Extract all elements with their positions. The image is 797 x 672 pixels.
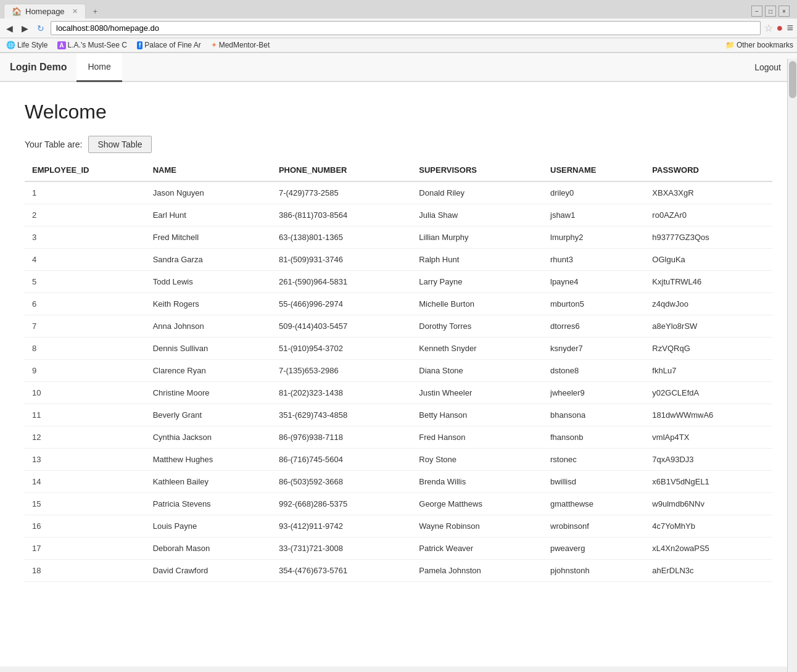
nav-home-link[interactable]: Home [76, 53, 122, 82]
bookmark-star-icon[interactable]: ☆ [764, 22, 773, 34]
col-header-supervisors: SUPERVISORS [411, 159, 543, 181]
cell-username: jshaw1 [543, 204, 645, 226]
table-row: 3 Fred Mitchell 63-(138)801-1365 Lillian… [25, 226, 772, 249]
cell-employee-id: 18 [25, 560, 146, 582]
tab-bar: 🏠 Homepage ✕ + − □ × [0, 0, 797, 19]
cell-name: Louis Payne [146, 515, 271, 537]
tab-close-btn[interactable]: ✕ [72, 7, 78, 15]
window-controls: − □ × [751, 6, 793, 17]
cell-supervisor: Fred Hanson [411, 426, 543, 449]
cell-username: rstonec [543, 449, 645, 471]
cell-name: Dennis Sullivan [146, 338, 271, 360]
bookmark-palace-label: Palace of Fine Ar [144, 41, 200, 49]
cell-phone: 51-(910)954-3702 [271, 338, 411, 360]
cell-password: fkhLu7 [645, 360, 772, 382]
cell-phone: 7-(135)653-2986 [271, 360, 411, 382]
cell-password: a8eYlo8rSW [645, 315, 772, 338]
cell-name: Clarence Ryan [146, 360, 271, 382]
cell-name: Earl Hunt [146, 204, 271, 226]
address-bar[interactable] [51, 21, 761, 35]
cell-name: David Crawford [146, 560, 271, 582]
tab-favicon: 🏠 [12, 7, 22, 16]
cell-password: w9ulmdb6NNv [645, 493, 772, 515]
cell-name: Todd Lewis [146, 271, 271, 293]
cell-employee-id: 3 [25, 226, 146, 249]
bookmark-la[interactable]: A L.A.'s Must-See C [55, 39, 130, 51]
table-label-row: Your Table are: Show Table [25, 136, 772, 153]
table-row: 9 Clarence Ryan 7-(135)653-2986 Diana St… [25, 360, 772, 382]
cell-password: ro0AZAr0 [645, 204, 772, 226]
cell-supervisor: George Matthews [411, 493, 543, 515]
cell-phone: 33-(731)721-3008 [271, 537, 411, 560]
cell-name: Jason Nguyen [146, 181, 271, 204]
menu-icon[interactable]: ≡ [787, 22, 793, 35]
col-header-username: USERNAME [543, 159, 645, 181]
cell-supervisor: Michelle Burton [411, 293, 543, 315]
cell-supervisor: Larry Payne [411, 271, 543, 293]
cell-name: Matthew Hughes [146, 449, 271, 471]
cell-supervisor: Julia Shaw [411, 204, 543, 226]
table-label-text: Your Table are: [25, 139, 82, 149]
cell-phone: 86-(503)592-3668 [271, 471, 411, 493]
forward-btn[interactable]: ▶ [19, 22, 31, 35]
bookmark-lifestyle[interactable]: 🌐 Life Style [4, 39, 50, 51]
app-nav: Login Demo Home Logout [0, 53, 797, 82]
minimize-btn[interactable]: − [751, 6, 762, 17]
welcome-heading: Welcome [25, 101, 772, 123]
show-table-button[interactable]: Show Table [88, 136, 151, 153]
cell-password: XBXA3XgR [645, 181, 772, 204]
cell-phone: 7-(429)773-2585 [271, 181, 411, 204]
cell-supervisor: Dorothy Torres [411, 315, 543, 338]
cell-username: rhunt3 [543, 249, 645, 271]
cell-employee-id: 7 [25, 315, 146, 338]
cell-name: Patricia Stevens [146, 493, 271, 515]
active-tab[interactable]: 🏠 Homepage ✕ [4, 4, 86, 19]
cell-phone: 992-(668)286-5375 [271, 493, 411, 515]
cell-supervisor: Pamela Johnston [411, 560, 543, 582]
cell-phone: 354-(476)673-5761 [271, 560, 411, 582]
scrollbar-thumb[interactable] [789, 61, 796, 98]
cell-username: pjohnstonh [543, 560, 645, 582]
bookmark-lifestyle-label: Life Style [17, 41, 47, 49]
refresh-btn[interactable]: ↻ [35, 22, 47, 35]
bookmark-medmentor-label: MedMentor-Bet [219, 41, 270, 49]
bookmark-la-label: L.A.'s Must-See C [68, 41, 127, 49]
cell-phone: 63-(138)801-1365 [271, 226, 411, 249]
back-btn[interactable]: ◀ [4, 22, 15, 35]
table-row: 4 Sandra Garza 81-(509)931-3746 Ralph Hu… [25, 249, 772, 271]
table-row: 2 Earl Hunt 386-(811)703-8564 Julia Shaw… [25, 204, 772, 226]
new-tab-btn[interactable]: + [87, 4, 104, 19]
cell-phone: 55-(466)996-2974 [271, 293, 411, 315]
col-header-password: PASSWORD [645, 159, 772, 181]
cell-supervisor: Brenda Willis [411, 471, 543, 493]
cell-username: ksnyder7 [543, 338, 645, 360]
cell-username: fhansonb [543, 426, 645, 449]
cell-name: Keith Rogers [146, 293, 271, 315]
bookmark-lifestyle-icon: 🌐 [6, 41, 15, 49]
cell-username: wrobinsonf [543, 515, 645, 537]
cell-employee-id: 12 [25, 426, 146, 449]
close-btn[interactable]: × [778, 6, 790, 17]
maximize-btn[interactable]: □ [765, 6, 776, 17]
cell-supervisor: Patrick Weaver [411, 537, 543, 560]
bookmark-la-icon: A [57, 41, 65, 49]
cell-employee-id: 5 [25, 271, 146, 293]
cell-phone: 81-(202)323-1438 [271, 382, 411, 404]
app-container: Login Demo Home Logout Welcome Your Tabl… [0, 53, 797, 666]
cell-supervisor: Betty Hanson [411, 404, 543, 426]
cell-employee-id: 9 [25, 360, 146, 382]
bookmark-medmentor[interactable]: ✦ MedMentor-Bet [209, 39, 273, 51]
cell-password: KxjtuTRWL46 [645, 271, 772, 293]
cell-supervisor: Kenneth Snyder [411, 338, 543, 360]
logout-button[interactable]: Logout [748, 56, 787, 78]
cell-name: Christine Moore [146, 382, 271, 404]
cell-password: 7qxA93DJ3 [645, 449, 772, 471]
table-row: 8 Dennis Sullivan 51-(910)954-3702 Kenne… [25, 338, 772, 360]
scrollbar[interactable] [787, 59, 797, 666]
cell-phone: 86-(976)938-7118 [271, 426, 411, 449]
cell-supervisor: Roy Stone [411, 449, 543, 471]
bookmark-palace[interactable]: f Palace of Fine Ar [134, 39, 204, 51]
chrome-user-icon: ● [777, 22, 783, 35]
other-bookmarks[interactable]: 📁 Other bookmarks [725, 41, 793, 49]
cell-username: lpayne4 [543, 271, 645, 293]
